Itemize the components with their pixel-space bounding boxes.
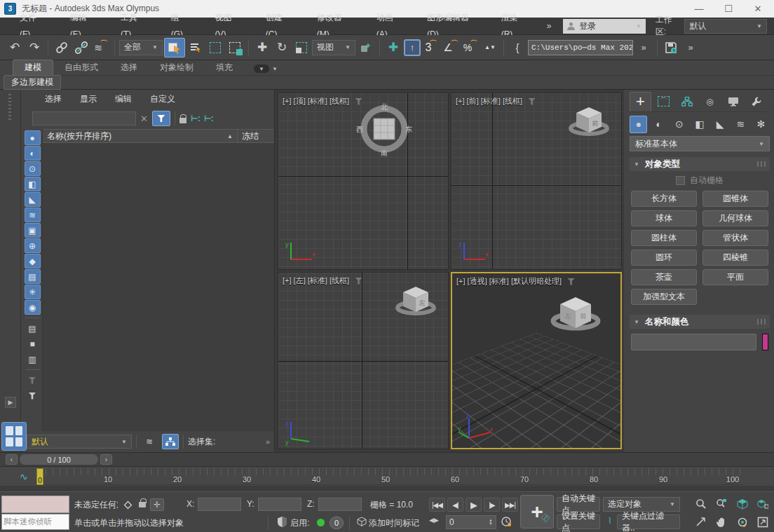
clear-search-icon[interactable]: ✕ xyxy=(140,114,148,124)
tab-modify[interactable]: ⌒ xyxy=(653,92,674,111)
button-plane[interactable]: 平面 xyxy=(702,269,768,285)
filter-xrefs-icon[interactable]: ⊕ xyxy=(25,238,41,253)
layers-icon[interactable]: ≋ xyxy=(141,434,158,449)
select-and-rotate-button[interactable]: ↻ xyxy=(273,38,291,57)
explorer-menu-select[interactable]: 选择 xyxy=(45,93,62,105)
viewport-funnel-icon[interactable] xyxy=(528,98,536,105)
maxscript-mini-listener-white[interactable]: 脚本迷你侦听 xyxy=(1,514,69,530)
snap-cross-icon[interactable]: ✚ xyxy=(384,38,402,57)
go-to-end-button[interactable]: ▶▶| xyxy=(502,498,518,512)
ribbon-tab-modeling[interactable]: 建模 xyxy=(13,60,53,75)
search-filter-button[interactable] xyxy=(152,111,170,126)
key-filters-button[interactable]: 关键点过滤器.. xyxy=(617,514,680,529)
undo-button[interactable]: ↶ xyxy=(6,38,24,57)
display-list-view-icon[interactable]: ▤ xyxy=(25,321,41,336)
filter-funnel-icon[interactable] xyxy=(25,388,41,403)
filter-cameras-icon[interactable]: ◧ xyxy=(25,177,41,191)
filter-bones-icon[interactable]: ◆ xyxy=(25,254,41,268)
display-none-icon[interactable]: ■ xyxy=(25,336,41,351)
project-folder-field[interactable]: C:\Users\po⋯ds Max 2024 ▼ xyxy=(528,40,633,55)
button-cylinder[interactable]: 圆柱体 xyxy=(631,230,697,246)
ribbon-tab-populate[interactable]: 填充 xyxy=(205,60,244,75)
zoom-icon[interactable] xyxy=(691,495,711,512)
degradation-badge[interactable]: 0 xyxy=(330,517,344,529)
key-mode-toggle[interactable]: ◀▶ xyxy=(429,517,439,524)
tab-display[interactable] xyxy=(722,92,744,111)
snaps-toggle-button[interactable]: ↑ xyxy=(404,39,421,56)
filter-lights-icon[interactable]: ⊙ xyxy=(25,161,41,176)
named-selection-set-dropdown[interactable]: 默认 ▼ xyxy=(27,435,132,449)
time-marker[interactable]: 0 xyxy=(36,468,43,485)
panel-grip[interactable] xyxy=(8,94,11,122)
play-button[interactable]: ▶ xyxy=(466,498,482,512)
track-ruler[interactable] xyxy=(39,468,743,485)
zoom-extents-all-icon[interactable] xyxy=(753,495,773,512)
object-name-field[interactable] xyxy=(631,334,756,350)
spinner-snap-toggle-button[interactable]: ▲▼ xyxy=(481,38,499,57)
x-coordinate-field[interactable] xyxy=(198,498,241,511)
explorer-row-area[interactable] xyxy=(43,143,274,431)
select-and-move-button[interactable]: ✚ xyxy=(253,38,271,57)
button-tube[interactable]: 管状体 xyxy=(702,230,768,246)
next-frame-button[interactable]: |▶ xyxy=(484,498,500,512)
frame-spinner[interactable]: ▲▼ xyxy=(489,519,493,526)
current-frame-field[interactable]: 0 ▲▼ xyxy=(446,515,496,529)
viewport-funnel-icon[interactable] xyxy=(355,98,362,105)
filter-config-icon[interactable] xyxy=(25,373,41,388)
filter-spacewarps-icon[interactable]: ≋ xyxy=(25,207,41,222)
category-cameras-icon[interactable]: ◧ xyxy=(691,116,709,133)
ribbon-panel-polygon-modeling[interactable]: 多边形建模 xyxy=(4,75,61,90)
geometry-category-dropdown[interactable]: 标准基本体 ▼ xyxy=(630,136,770,151)
category-shapes-icon[interactable]: ◐ xyxy=(650,116,667,133)
filter-containers-icon[interactable]: ▤ xyxy=(25,269,41,284)
z-coordinate-field[interactable] xyxy=(318,498,362,511)
angle-snap-toggle-button[interactable]: ∠⌒ xyxy=(442,38,460,57)
filter-shapes-icon[interactable]: ◐ xyxy=(25,146,41,161)
category-lights-icon[interactable]: ⊙ xyxy=(670,116,688,133)
isolate-selection-icon[interactable] xyxy=(121,498,135,511)
selection-filter-dropdown[interactable]: 全部 ▼ xyxy=(119,40,163,55)
button-geosphere[interactable]: 几何球体 xyxy=(702,210,768,226)
previous-frame-button[interactable]: ◀| xyxy=(447,498,463,512)
adaptive-degradation-shield-icon[interactable] xyxy=(275,515,289,528)
close-button[interactable]: ✕ xyxy=(746,1,770,17)
sign-in-dropdown[interactable]: 登录 ▼ xyxy=(563,19,645,34)
column-header-frozen[interactable]: 冻结 xyxy=(238,130,274,142)
viewport-top[interactable]: [+] [顶] [标准] [线框] 北 南 西 东 xyxy=(278,93,449,270)
set-key-button[interactable]: 设置关键点 xyxy=(557,514,600,529)
menu-overflow-chevron-icon[interactable]: » xyxy=(540,21,558,31)
expand-tree-icon[interactable]: ⊢: xyxy=(191,114,200,123)
explorer-menu-edit[interactable]: 编辑 xyxy=(115,93,132,105)
zoom-extents-icon[interactable] xyxy=(733,495,752,512)
tab-motion[interactable]: ◎ xyxy=(699,92,721,111)
rollout-name-color-header[interactable]: ▼ 名称和颜色 xyxy=(630,315,770,329)
percent-snap-toggle-button[interactable]: %⌒ xyxy=(461,38,480,57)
category-geometry-icon[interactable]: ● xyxy=(630,116,647,133)
add-time-tag[interactable]: 添加时间标记 xyxy=(369,517,419,529)
button-torus[interactable]: 圆环 xyxy=(631,250,697,266)
viewport-funnel-icon[interactable] xyxy=(355,278,362,285)
viewport-top-label[interactable]: [+] [顶] [标准] [线框] xyxy=(283,96,349,107)
button-teapot[interactable]: 茶壶 xyxy=(631,269,697,285)
ribbon-tab-object-paint[interactable]: 对象绘制 xyxy=(149,60,205,75)
filter-groups-icon[interactable]: ▣ xyxy=(25,223,41,238)
display-detail-icon[interactable]: ▥ xyxy=(25,352,41,367)
tab-create[interactable]: + xyxy=(630,92,651,111)
category-spacewarps-icon[interactable]: ≋ xyxy=(732,116,749,133)
time-configuration-icon[interactable] xyxy=(499,515,513,528)
reference-coordinate-system-dropdown[interactable]: 视图 ▼ xyxy=(312,40,355,55)
enabled-indicator[interactable] xyxy=(317,519,325,526)
search-input[interactable] xyxy=(32,111,136,125)
maxscript-mini-listener-pink[interactable] xyxy=(1,496,69,513)
viewport-front[interactable]: [+] [前] [标准] [线框] 前 x z xyxy=(451,93,622,270)
filter-helpers-icon[interactable]: ◣ xyxy=(25,192,41,207)
toolbar-overflow-chevron-icon[interactable]: » xyxy=(634,38,653,57)
select-object-button[interactable] xyxy=(164,38,185,57)
window-crossing-toggle-button[interactable] xyxy=(226,38,244,57)
autogrid-checkbox[interactable] xyxy=(676,176,685,185)
filter-geometry-icon[interactable]: ● xyxy=(25,130,41,145)
transform-gizmo-toggle-icon[interactable]: ✛ xyxy=(150,498,164,511)
viewport-perspective-label[interactable]: [+] [透视] [标准] [默认明暗处理] xyxy=(456,276,562,287)
viewport-left-label[interactable]: [+] [左] [标准] [线框] xyxy=(283,275,349,286)
toolbar-end-chevron-icon[interactable]: » xyxy=(681,38,700,57)
